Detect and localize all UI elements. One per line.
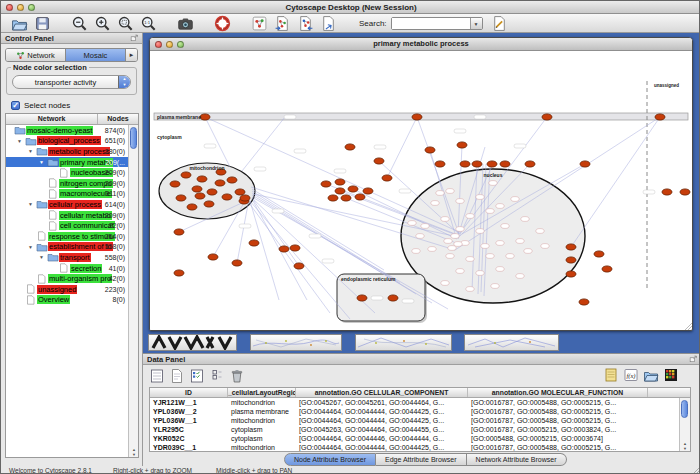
selected-gene-node[interactable]: [435, 161, 445, 167]
gene-node[interactable]: [466, 257, 474, 262]
zoom-selected-icon[interactable]: [117, 15, 134, 32]
selected-gene-node[interactable]: [215, 180, 225, 186]
tree-row-macromolecule[interactable]: macromolecule311(0): [6, 189, 138, 200]
search-input[interactable]: [392, 18, 470, 29]
tab-mosaic[interactable]: Mosaic: [66, 49, 126, 61]
float-panel-icon[interactable]: [130, 34, 139, 43]
background-window-fragment[interactable]: [355, 334, 452, 351]
import-network-icon[interactable]: [274, 15, 291, 32]
gene-node[interactable]: [511, 197, 519, 202]
tree-row-response-to-stimulu[interactable]: response to stimulu264(0): [6, 231, 138, 242]
selected-gene-node[interactable]: [207, 189, 217, 195]
tree-row-mosaic-demo-yeast[interactable]: mosaic-demo-yeast874(0): [6, 125, 138, 136]
gene-node[interactable]: [481, 244, 489, 249]
zoom-out-icon[interactable]: [71, 15, 88, 32]
selected-gene-node[interactable]: [321, 181, 331, 187]
selected-gene-node[interactable]: [335, 188, 345, 194]
selected-gene-node[interactable]: [240, 195, 250, 201]
gene-node[interactable]: [476, 195, 484, 200]
app-resize-grip[interactable]: [692, 466, 700, 474]
gene-node[interactable]: [416, 234, 424, 239]
function-builder-icon[interactable]: f(x): [623, 367, 639, 383]
selected-gene-node[interactable]: [460, 161, 470, 167]
gene-node[interactable]: [436, 191, 444, 196]
table-scrollbar-thumb[interactable]: [681, 400, 688, 418]
gene-node[interactable]: [456, 199, 464, 204]
attr-delete-icon[interactable]: [209, 368, 225, 384]
selected-gene-node[interactable]: [235, 189, 245, 195]
window-resize-grip[interactable]: [684, 322, 693, 331]
network-canvas[interactable]: plasma membranecytoplasmmitochondrionnuc…: [150, 51, 693, 331]
tree-row-cellular-metabo[interactable]: cellular metabo209(0): [6, 210, 138, 221]
network-minimize-button[interactable]: [166, 41, 173, 48]
selected-gene-node[interactable]: [500, 161, 510, 167]
disclosure-triangle-icon[interactable]: ▼: [25, 201, 36, 207]
selected-gene-node[interactable]: [363, 188, 373, 194]
gene-node[interactable]: [446, 189, 454, 194]
tab-edge-attribute-browser[interactable]: Edge Attribute Browser: [376, 453, 467, 466]
selected-gene-node[interactable]: [580, 161, 590, 167]
select-nodes-checkbox[interactable]: ✓: [11, 101, 20, 110]
window-titlebar[interactable]: Cytoscape Desktop (New Session): [1, 1, 700, 14]
gene-node[interactable]: [541, 244, 549, 249]
background-window-fragment[interactable]: [464, 334, 559, 351]
search-config-icon[interactable]: [491, 15, 508, 32]
edge[interactable]: [205, 117, 230, 167]
column-header-1[interactable]: _cellularLayoutRegion: [228, 388, 296, 397]
gene-node[interactable]: [454, 242, 462, 247]
selected-gene-node[interactable]: [566, 257, 576, 263]
table-row[interactable]: YKR052Ccytoplasm[GO:0044464, GO:0044446,…: [150, 434, 690, 443]
selected-gene-node[interactable]: [294, 263, 304, 269]
save-icon[interactable]: [34, 15, 51, 32]
table-scrollbar-arrows[interactable]: ▲▼: [680, 441, 690, 451]
selected-gene-node[interactable]: [345, 144, 355, 150]
search-dropdown-arrow-icon[interactable]: ▼: [470, 18, 482, 29]
table-row[interactable]: YPL036W__2plasma membrane[GO:0044464, GO…: [150, 407, 690, 416]
gene-node[interactable]: [444, 239, 452, 244]
vizmapper-icon[interactable]: [320, 15, 337, 32]
attr-import-icon[interactable]: [189, 368, 205, 384]
gene-node[interactable]: [441, 217, 449, 222]
tree-row-nucleobase-[interactable]: nucleobase-209(0): [6, 167, 138, 178]
selected-gene-node[interactable]: [566, 271, 576, 277]
selected-gene-node[interactable]: [176, 195, 186, 201]
gene-node[interactable]: [524, 249, 532, 254]
gene-node[interactable]: [516, 274, 524, 279]
mdi-desktop[interactable]: primary metabolic process plasma membran…: [143, 33, 700, 466]
network-window-titlebar[interactable]: primary metabolic process: [150, 38, 692, 51]
gene-node[interactable]: [408, 221, 416, 226]
tree-row-primary-metabo[interactable]: ▼primary metabo209(...: [6, 157, 138, 168]
gene-node[interactable]: [489, 181, 497, 186]
tree-row-overview[interactable]: Overview8(0): [6, 295, 138, 306]
attr-select-icon[interactable]: [149, 368, 165, 384]
table-row[interactable]: YLR295Ccytoplasm[GO:0045263, GO:0044464,…: [150, 425, 690, 434]
disclosure-triangle-icon[interactable]: ▼: [25, 244, 36, 250]
attr-create-icon[interactable]: [169, 368, 185, 384]
background-window-fragment[interactable]: [250, 334, 342, 351]
selected-gene-node[interactable]: [170, 181, 180, 187]
selected-gene-node[interactable]: [382, 175, 392, 181]
table-row[interactable]: YJR121W__1mitochondrion[GO:0045267, GO:0…: [150, 398, 690, 407]
selected-gene-node[interactable]: [348, 186, 358, 192]
edge[interactable]: [252, 189, 384, 270]
selected-gene-node[interactable]: [457, 142, 467, 148]
export-network-icon[interactable]: [297, 15, 314, 32]
gene-node[interactable]: [496, 204, 504, 209]
selected-gene-node[interactable]: [197, 176, 207, 182]
tab-network[interactable]: Network: [6, 49, 66, 61]
selected-gene-node[interactable]: [602, 266, 612, 272]
selected-gene-node[interactable]: [195, 193, 205, 199]
tree-row-nitrogen-compo[interactable]: nitrogen compo209(0): [6, 178, 138, 189]
float-panel-icon[interactable]: [689, 355, 698, 364]
selected-gene-node[interactable]: [566, 244, 576, 250]
gene-node[interactable]: [466, 214, 474, 219]
gene-node[interactable]: [476, 271, 484, 276]
selected-gene-node[interactable]: [192, 186, 202, 192]
close-button[interactable]: [6, 4, 13, 11]
gene-node[interactable]: [431, 201, 439, 206]
open-icon[interactable]: [11, 15, 28, 32]
tab-network-attribute-browser[interactable]: Network Attribute Browser: [467, 453, 567, 466]
selected-gene-node[interactable]: [208, 254, 218, 260]
table-row[interactable]: YDR039C__1mitochondrion[GO:0044464, GO:0…: [150, 443, 690, 452]
selected-gene-node[interactable]: [328, 195, 338, 201]
